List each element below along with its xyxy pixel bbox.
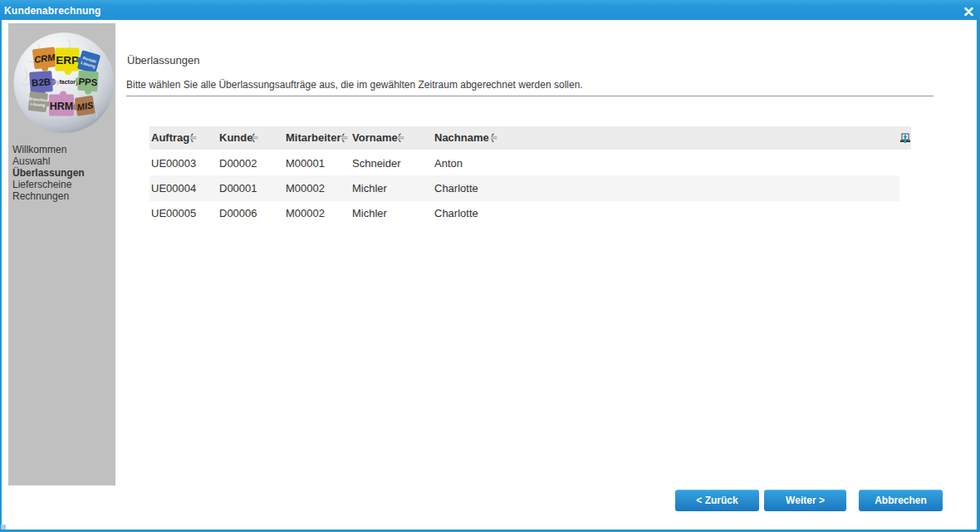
svg-text:B2B: B2B xyxy=(32,76,51,88)
svg-text:ERP: ERP xyxy=(56,54,79,66)
svg-text:PPS: PPS xyxy=(78,76,98,88)
svg-text:HRM: HRM xyxy=(50,101,73,112)
svg-text:myfactory: myfactory xyxy=(51,79,79,86)
